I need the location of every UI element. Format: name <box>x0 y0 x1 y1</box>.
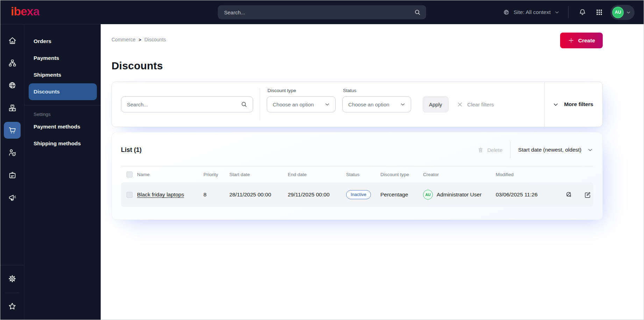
cart-icon <box>8 126 17 135</box>
grid-icon <box>595 8 603 16</box>
boxes-icon <box>8 103 17 113</box>
discount-search-field[interactable] <box>121 96 253 112</box>
clear-filters-button[interactable]: Clear filters <box>457 102 494 107</box>
end-date-value: 29/11/2025 00:00 <box>288 192 346 198</box>
person-target-icon <box>8 148 17 158</box>
column-status: Status <box>346 172 380 177</box>
menu-item-payments[interactable]: Payments <box>24 50 101 67</box>
status-select[interactable]: Choose an option <box>342 96 411 112</box>
menu-item-discounts[interactable]: Discounts <box>29 83 97 100</box>
breadcrumb-separator: > <box>138 37 141 42</box>
discounts-list: List (1) Delete Start date (newest, olde… <box>112 132 603 220</box>
row-checkbox[interactable] <box>127 192 133 198</box>
topbar-right-group: Site: All context <box>503 5 635 20</box>
discount-name-link[interactable]: Black friday laptops <box>137 192 184 197</box>
app-switcher-button[interactable] <box>594 7 605 18</box>
global-search-input[interactable] <box>224 9 414 15</box>
site-button[interactable] <box>4 77 21 94</box>
discount-type-value: Percentage <box>380 192 423 198</box>
chevron-down-icon <box>554 9 560 15</box>
priority-value: 8 <box>203 192 229 198</box>
filters-bar: Discount type Choose an option Status Ch… <box>112 82 603 127</box>
create-button[interactable]: Create <box>560 33 603 48</box>
global-search[interactable] <box>218 5 426 19</box>
close-icon <box>457 102 463 107</box>
customers-button[interactable] <box>4 144 21 161</box>
filter-divider <box>260 88 260 120</box>
bookmarks-button[interactable] <box>4 298 21 315</box>
content-tree-button[interactable] <box>4 55 21 71</box>
create-button-label: Create <box>578 37 595 44</box>
breadcrumb-commerce[interactable]: Commerce <box>112 37 135 42</box>
user-menu[interactable]: AU <box>610 5 635 20</box>
edit-discount-button[interactable] <box>583 190 592 200</box>
star-icon <box>7 301 17 311</box>
table-header: Name Priority Start date End date Status… <box>121 166 593 182</box>
chevron-down-icon <box>626 10 631 15</box>
column-name: Name <box>137 172 203 177</box>
menu-item-orders[interactable]: Orders <box>24 33 101 50</box>
column-discount-type: Discount type <box>380 172 423 177</box>
workflow-button[interactable] <box>4 167 21 183</box>
list-divider <box>510 141 510 158</box>
commerce-menu: Orders Payments Shipments Discounts Sett… <box>24 24 101 320</box>
megaphone-icon <box>8 193 17 202</box>
start-date-value: 28/11/2025 00:00 <box>229 192 288 198</box>
chevron-down-icon <box>587 147 593 153</box>
status-label: Status <box>343 88 356 93</box>
list-title: List (1) <box>121 146 142 154</box>
plus-icon <box>568 37 574 44</box>
admin-settings-button[interactable] <box>4 270 21 287</box>
sort-selector[interactable]: Start date (newest, oldest) <box>518 147 593 153</box>
rail-divider <box>0 265 24 265</box>
icon-rail <box>0 24 24 320</box>
rail-bottom-group <box>0 265 24 320</box>
discount-search-input[interactable] <box>127 102 240 107</box>
status-filter: Status Choose an option <box>342 96 411 112</box>
site-context-label: Site: All context <box>514 9 551 15</box>
modified-value: 03/06/2025 11:26 <box>496 192 555 198</box>
breadcrumb-discounts[interactable]: Discounts <box>144 37 166 42</box>
menu-item-shipments[interactable]: Shipments <box>24 67 101 83</box>
deactivate-discount-button[interactable] <box>564 190 574 200</box>
notifications-button[interactable] <box>577 7 588 18</box>
menu-item-shipping-methods[interactable]: Shipping methods <box>24 135 101 152</box>
more-filters-button[interactable]: More filters <box>544 82 593 127</box>
column-start-date: Start date <box>229 172 288 177</box>
products-button[interactable] <box>4 99 21 116</box>
bell-icon <box>578 8 587 16</box>
discount-type-label: Discount type <box>267 88 296 93</box>
apply-button[interactable]: Apply <box>423 96 449 112</box>
search-icon[interactable] <box>240 100 248 108</box>
menu-item-payment-methods[interactable]: Payment methods <box>24 118 101 135</box>
search-icon[interactable] <box>414 8 421 16</box>
delete-button[interactable]: Delete <box>477 147 502 153</box>
column-end-date: End date <box>288 172 346 177</box>
deactivate-icon <box>565 191 573 199</box>
chevron-down-icon <box>400 101 406 107</box>
select-all-checkbox[interactable] <box>127 172 133 178</box>
column-creator: Creator <box>423 172 496 177</box>
rail-divider <box>5 293 19 293</box>
chevron-down-icon <box>324 101 330 107</box>
globe-icon <box>503 9 510 16</box>
creator-name: Administrator User <box>437 192 481 198</box>
marketing-button[interactable] <box>4 189 21 206</box>
home-icon <box>8 36 17 46</box>
topbar: ibexa Site: All context <box>0 0 644 24</box>
main-content: Commerce > Discounts Create Discounts <box>101 24 644 320</box>
status-badge: Inactive <box>346 190 371 199</box>
discount-type-select[interactable]: Choose an option <box>267 96 336 112</box>
page-title: Discounts <box>112 60 603 72</box>
edit-icon <box>584 191 592 199</box>
ibexa-logo[interactable]: ibexa <box>11 5 40 19</box>
discounts-table: Name Priority Start date End date Status… <box>121 166 593 207</box>
commerce-button[interactable] <box>4 122 21 139</box>
trash-icon <box>477 147 484 153</box>
column-modified: Modified <box>496 172 555 177</box>
chevron-down-icon <box>552 101 559 108</box>
site-context-selector[interactable]: Site: All context <box>503 9 560 16</box>
dashboard-home-button[interactable] <box>4 32 21 49</box>
avatar: AU <box>612 7 624 18</box>
sitemap-icon <box>8 58 17 68</box>
